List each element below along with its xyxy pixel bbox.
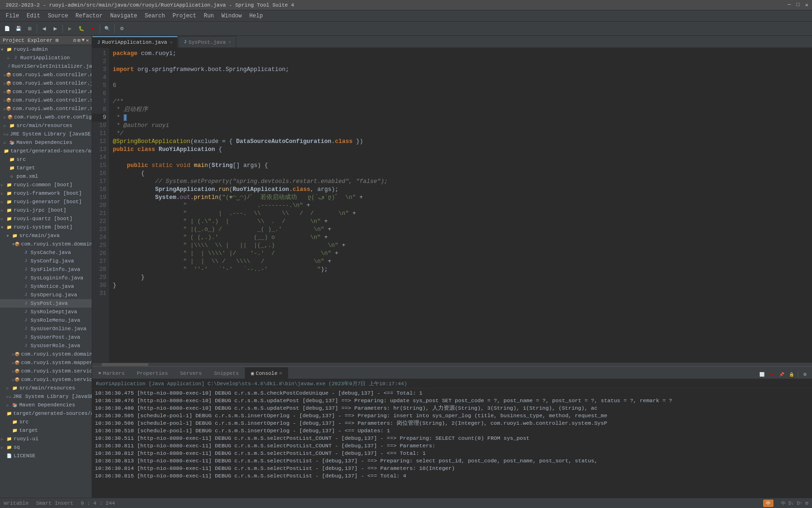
minimize-btn[interactable]: ─ (788, 2, 791, 8)
toolbar-settings[interactable]: ⚙ (117, 24, 127, 34)
tree-target-gen2[interactable]: 📁 target/generated-sources/annota (0, 409, 92, 418)
close-btn[interactable]: ✕ (805, 2, 808, 8)
tree-jre[interactable]: ▷ ☕ JRE System Library [JavaSE-1.8] (0, 130, 92, 138)
tree-mapper[interactable]: ▷ 📦 com.ruoyi.system.mapper (0, 358, 92, 367)
menu-file[interactable]: File (2, 12, 23, 20)
tree-service[interactable]: ▷ 📦 com.ruoyi.system.service (0, 367, 92, 375)
tree-framework[interactable]: ▷ 📁 ruoyi-framework [boot] (0, 189, 92, 198)
tree-jre2[interactable]: ▷ ☕ JRE System Library [JavaSE-1.8] (0, 392, 92, 401)
toolbar-search[interactable]: 🔍 (102, 24, 112, 34)
menu-help[interactable]: Help (246, 12, 267, 20)
tree-license[interactable]: 📄 LICENSE (0, 452, 92, 460)
menu-run[interactable]: Run (200, 12, 218, 20)
toolbar-save-all[interactable]: ⊞ (24, 24, 35, 34)
tree-ruoyi-admin[interactable]: ▼ 📁 ruoyi-admin (0, 45, 92, 54)
tree-pkg-comm[interactable]: ▷ 📦 com.ruoyi.web.controller.comm (0, 71, 92, 79)
tree-sysrolemenu[interactable]: J SysRoleMenu.java (0, 316, 92, 325)
tab-properties[interactable]: Properties (131, 367, 174, 379)
tab-ruoyiapplication[interactable]: J RuoYiApplication.java ✕ (92, 36, 178, 48)
console-stop[interactable]: ■ (767, 370, 776, 379)
tree-syspost[interactable]: J SysPost.java (0, 299, 92, 308)
console-scroll-lock[interactable]: 🔒 (787, 370, 796, 379)
tab-markers[interactable]: ⚑ Markers (92, 367, 131, 379)
console-clear[interactable]: ⬜ (757, 370, 766, 379)
tab-syspost[interactable]: J SysPost.java ✕ (179, 36, 236, 48)
tree-src-resources2[interactable]: ▷ 📁 src/main/resources (0, 384, 92, 392)
code-content[interactable]: package com.ruoyi; import org.springfram… (109, 48, 812, 362)
main-layout: Project Explorer ⊞ ⊟ ⊞ ▼ ✕ ▼ 📁 ruoyi-adm… (0, 36, 812, 498)
editor-scrollbar[interactable] (92, 362, 812, 366)
tree-maven2[interactable]: ▷ 📚 Maven Dependencies (0, 401, 92, 409)
code-editor[interactable]: 12345 678 9 1011121314 1516171819 202122… (92, 48, 812, 362)
tree-sysuserpost[interactable]: J SysUserPost.java (0, 333, 92, 341)
tab-close-ruoyiapplication[interactable]: ✕ (170, 40, 172, 45)
toolbar-new[interactable]: 📄 (2, 24, 12, 34)
tree-sysuserrole[interactable]: J SysUserRole.java (0, 341, 92, 350)
tab-servers[interactable]: Servers (174, 367, 208, 379)
console-options[interactable]: ⚙ (801, 370, 809, 379)
menu-project[interactable]: Project (169, 12, 200, 20)
maximize-btn[interactable]: □ (796, 2, 800, 8)
tree-src[interactable]: 📁 src (0, 155, 92, 164)
tree-target-gen[interactable]: 📁 target/generated-sources/annota (0, 147, 92, 155)
tree-src-main-java[interactable]: ▼ 📁 src/main/java (0, 231, 92, 240)
tree-pkg-monit[interactable]: ▷ 📦 com.ruoyi.web.controller.monit (0, 87, 92, 96)
toolbar-debug[interactable]: 🐛 (76, 24, 86, 34)
tree-syslogininfo[interactable]: J SysLogininfo.java (0, 274, 92, 282)
bottom-sep (798, 371, 798, 378)
console-line-9: 10:36:30.812 [http-nio-8080-exec-11] DEB… (95, 450, 809, 457)
tree-sysfileinfo[interactable]: J SysFileInfo.java (0, 265, 92, 274)
tree-pom[interactable]: ⚙ pom.xml (0, 172, 92, 181)
console-pin2[interactable]: 📌 (777, 370, 786, 379)
tree-target[interactable]: 📁 target (0, 164, 92, 172)
tree-sysconfg[interactable]: J SysConfig.java (0, 257, 92, 265)
tree-pkg-jrpc[interactable]: ▷ 📦 com.ruoyi.web.controller.jrpc (0, 79, 92, 87)
toolbar-stop[interactable]: ■ (87, 24, 98, 34)
tree-src-resources[interactable]: ▷ 📁 src/main/resources (0, 121, 92, 130)
menu-edit[interactable]: Edit (23, 12, 44, 20)
tree-system[interactable]: ▼ 📁 ruoyi-system [boot] (0, 223, 92, 231)
tree-pkg-tool[interactable]: ▷ 📦 com.ruoyi.web.controller.tool (0, 104, 92, 113)
tree-ruoyi-ui[interactable]: ▷ 📁 ruoyi-ui (0, 435, 92, 443)
tree-service-impl[interactable]: ▷ 📦 com.ruoyi.system.service.impl (0, 375, 92, 384)
menu-window[interactable]: Window (218, 12, 245, 20)
menu-refactor[interactable]: Refactor (72, 12, 107, 20)
scroll-thumb[interactable] (102, 363, 148, 366)
tree-common[interactable]: ▷ 📁 ruoyi-common [boot] (0, 181, 92, 189)
tree-target2[interactable]: 📁 target (0, 426, 92, 435)
menu-source[interactable]: Source (44, 12, 72, 20)
tree-src2[interactable]: 📁 src (0, 418, 92, 426)
menu-navigate[interactable]: Navigate (106, 12, 141, 20)
menu-search[interactable]: Search (141, 12, 169, 20)
tree-quartz[interactable]: ▷ 📁 ruoyi-quartz [boot] (0, 214, 92, 223)
tree-maven-deps[interactable]: ▷ 📚 Maven Dependencies (0, 138, 92, 147)
tree-sysroledept[interactable]: J SysRoleDeptjava (0, 308, 92, 316)
tree-ruoyi-application[interactable]: ▷ J RuoYiApplication (0, 54, 92, 62)
tab-snippets[interactable]: Snippets (208, 367, 245, 379)
explorer-close[interactable]: ✕ (86, 38, 89, 43)
explorer-menu[interactable]: ▼ (82, 38, 85, 43)
tree-jrpc-proj[interactable]: ▷ 📁 ruoyi-jrpc [boot] (0, 206, 92, 214)
tree-sq[interactable]: ▷ 📁 sq (0, 443, 92, 452)
tree-syscache[interactable]: J SysCache.java (0, 248, 92, 257)
tab-console[interactable]: ▣ Console ⊞ (245, 367, 288, 379)
console-output[interactable]: 10:36:30.475 [http-nio-8080-exec-10] DEB… (92, 389, 812, 498)
console-line-6: 10:36:30.510 [schedule-pool-1] DEBUG c.r… (95, 427, 809, 435)
explorer-collapse-all[interactable]: ⊟ (73, 38, 76, 43)
tree-pkg-config[interactable]: ▷ 📦 com.ruoyi.web.core.config (0, 113, 92, 121)
tree-sysnotice[interactable]: J SysNotice.java (0, 282, 92, 291)
tree-domain-pkg[interactable]: ▼ 📦 com.ruoyi.system.domain (0, 240, 92, 248)
toolbar-save[interactable]: 💾 (13, 24, 23, 34)
tree-domain-vo[interactable]: ▷ 📦 com.ruoyi.system.domain.vo (0, 350, 92, 358)
toolbar-forward[interactable]: ▶ (50, 24, 61, 34)
toolbar-run[interactable]: ▶ (65, 24, 75, 34)
tab-properties-label: Properties (137, 371, 168, 376)
tree-ruoyi-servlet-init[interactable]: J RuoYiServletInitializer.java (0, 62, 92, 71)
tab-close-syspost[interactable]: ✕ (228, 40, 231, 45)
tree-generator[interactable]: ▷ 📁 ruoyi-generator [boot] (0, 198, 92, 206)
tree-pkg-syster[interactable]: ▷ 📦 com.ruoyi.web.controller.syster (0, 96, 92, 104)
toolbar-back[interactable]: ◀ (39, 24, 49, 34)
explorer-link-editor[interactable]: ⊞ (78, 38, 80, 43)
tree-sysoperlog[interactable]: J SysOperLog.java (0, 291, 92, 299)
tree-sysuseronline[interactable]: J SysUserOnline.java (0, 325, 92, 333)
